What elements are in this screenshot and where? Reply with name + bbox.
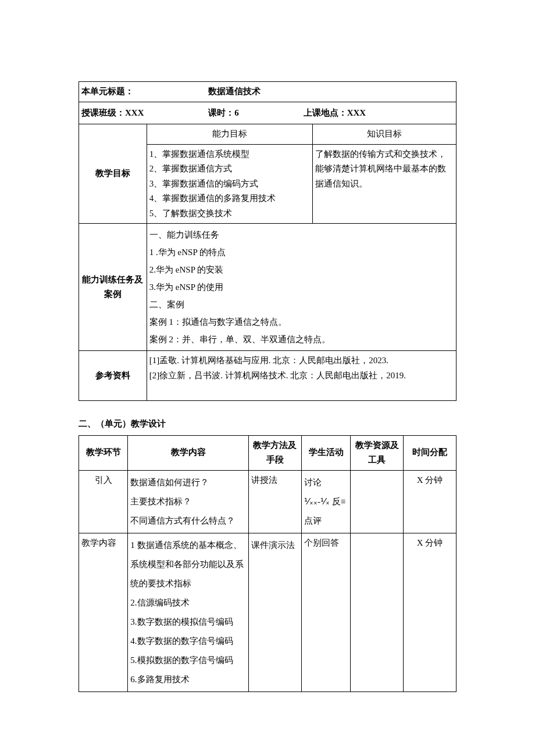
class-value: XXX <box>125 108 144 117</box>
unit-title-label: 本单元标题： <box>81 87 134 96</box>
col-header-3: 教学方法及手段 <box>249 435 302 470</box>
ability-text: 1、掌握数据通信系统模型 2、掌握数据通信方式 3、掌握数据通信的编码方式 4、… <box>147 144 313 224</box>
ability-header: 能力目标 <box>147 124 313 145</box>
place-value: XXX <box>347 108 366 117</box>
place-label: 上课地点： <box>304 108 347 117</box>
unit-info-table: 本单元标题： 数据通信技术 授课班级：XXX 课时：6 上课地点：XXX <box>79 81 456 401</box>
col-header-1: 教学环节 <box>79 435 128 470</box>
table-row: 参考资料 [1]孟敬. 计算机网络基础与应用. 北京：人民邮电出版社，2023.… <box>79 351 456 401</box>
col-header-4: 学生活动 <box>301 435 350 470</box>
cell-content: 1 数据通信系统的基本概念、系统模型和各部分功能以及系统的要技术指标 2.信源编… <box>128 533 249 691</box>
cell-stage: 引入 <box>79 470 128 533</box>
cell-activity: 讨论 ⅟ₓₓ-⅟ₓ 反≡ 点评 <box>301 470 350 533</box>
tasks-row-label: 能力训练任务及案例 <box>79 224 147 351</box>
refs-text: [1]孟敬. 计算机网络基础与应用. 北京：人民邮电出版社，2023. [2]徐… <box>147 351 456 401</box>
hours-label: 课时： <box>208 108 234 117</box>
cell-stage: 教学内容 <box>79 533 128 691</box>
table-header-row: 教学环节 教学内容 教学方法及手段 学生活动 教学资源及工具 时间分配 <box>79 435 456 470</box>
table-row: 授课班级：XXX 课时：6 上课地点：XXX <box>79 102 456 124</box>
col-header-2: 教学内容 <box>128 435 249 470</box>
cell-resource <box>351 533 404 691</box>
unit-title-value: 数据通信技术 <box>208 87 261 96</box>
refs-row-label: 参考资料 <box>79 351 147 401</box>
cell-time: X 分钟 <box>404 533 456 691</box>
knowledge-header: 知识目标 <box>313 124 456 145</box>
unit-title-cell: 本单元标题： 数据通信技术 <box>79 82 456 102</box>
col-header-6: 时间分配 <box>404 435 456 470</box>
knowledge-text: 了解数据的传输方式和交换技术，能够清楚计算机网络中最基本的数据通信知识。 <box>313 144 456 224</box>
cell-resource <box>351 470 404 533</box>
cell-method: 讲授法 <box>249 470 302 533</box>
cell-time: X 分钟 <box>404 470 456 533</box>
cell-method: 课件演示法 <box>249 533 302 691</box>
cell-activity: 个别回答 <box>301 533 350 691</box>
table-row: 教学内容 1 数据通信系统的基本概念、系统模型和各部分功能以及系统的要技术指标 … <box>79 533 456 691</box>
class-info-cell: 授课班级：XXX 课时：6 上课地点：XXX <box>79 102 456 124</box>
col-header-5: 教学资源及工具 <box>351 435 404 470</box>
table-row: 能力训练任务及案例 一、能力训练任务 1 .华为 eNSP 的特点 2.华为 e… <box>79 224 456 351</box>
tasks-text: 一、能力训练任务 1 .华为 eNSP 的特点 2.华为 eNSP 的安装 3.… <box>147 224 456 351</box>
table-row: 本单元标题： 数据通信技术 <box>79 82 456 102</box>
section2-title: 二、（单元）教学设计 <box>79 418 456 429</box>
teaching-design-table: 教学环节 教学内容 教学方法及手段 学生活动 教学资源及工具 时间分配 引入 数… <box>79 435 456 692</box>
table-row: 引入 数据通信如何进行？ 主要技术指标？ 不同通信方式有什么特点？ 讲授法 讨论… <box>79 470 456 533</box>
table-row: 教学目标 能力目标 知识目标 <box>79 124 456 145</box>
cell-content: 数据通信如何进行？ 主要技术指标？ 不同通信方式有什么特点？ <box>128 470 249 533</box>
goals-row-label: 教学目标 <box>79 124 147 224</box>
hours-value: 6 <box>234 108 239 117</box>
class-label: 授课班级： <box>81 108 125 117</box>
